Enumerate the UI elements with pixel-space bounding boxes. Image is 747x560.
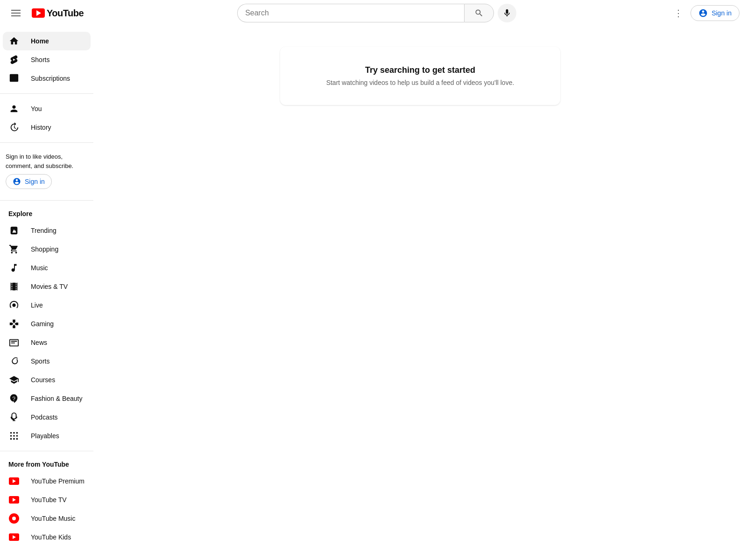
sidebar-item-home[interactable]: Home [3,32,91,50]
logo[interactable]: YouTube [32,8,84,19]
sidebar-item-subscriptions[interactable]: Subscriptions [3,69,91,88]
header-sign-in-button[interactable]: Sign in [691,5,740,21]
header-center [227,4,526,22]
header-right: ⋮ Sign in [670,4,740,22]
search-icon [474,8,484,18]
you-icon [8,103,20,114]
hamburger-icon [11,10,21,16]
svg-rect-1 [11,13,21,14]
sidebar: Home Shorts Subscriptions [0,26,93,126]
sidebar-item-history[interactable]: History [3,118,91,126]
svg-rect-2 [11,15,21,16]
sidebar-label-shorts: Shorts [31,56,49,63]
history-icon [8,122,20,126]
subscriptions-icon [8,73,20,84]
youtube-logo-icon [32,8,45,18]
header-left: YouTube [7,6,84,20]
divider-1 [0,93,93,94]
search-input[interactable] [237,4,464,22]
empty-state-card: Try searching to get started Start watch… [280,47,560,105]
empty-state-title: Try searching to get started [308,65,532,75]
sidebar-item-shorts[interactable]: Shorts [3,50,91,69]
search-container [237,4,494,22]
shorts-icon [8,54,20,65]
account-circle-icon [698,8,708,18]
sidebar-item-you[interactable]: You [3,99,91,118]
sidebar-label-history: History [31,124,51,126]
menu-button[interactable] [7,6,24,20]
svg-rect-0 [11,10,21,11]
header-sign-in-label: Sign in [712,9,732,17]
sidebar-label-subscriptions: Subscriptions [31,75,70,82]
main-content: Try searching to get started Start watch… [93,26,747,126]
more-options-button[interactable]: ⋮ [670,4,687,22]
empty-state-subtitle: Start watching videos to help us build a… [308,79,532,86]
sidebar-label-home: Home [31,37,49,45]
sidebar-label-you: You [31,105,42,112]
home-icon [8,35,20,47]
search-button[interactable] [464,4,494,22]
header: YouTube ⋮ Sign in [0,0,747,26]
logo-text: YouTube [47,8,84,19]
mic-icon [502,8,512,18]
mic-button[interactable] [498,4,516,22]
